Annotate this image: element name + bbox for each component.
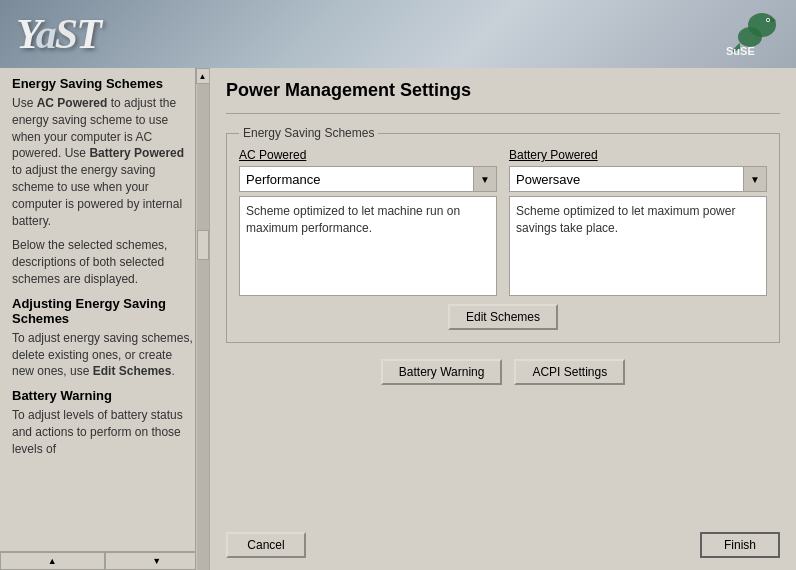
energy-saving-schemes-group: Energy Saving Schemes AC Powered Perform… (226, 126, 780, 343)
finish-button[interactable]: Finish (700, 532, 780, 558)
battery-warning-button[interactable]: Battery Warning (381, 359, 503, 385)
sidebar-section2-para1: To adjust energy saving schemes, delete … (12, 330, 197, 380)
battery-select-wrapper: Powersave Performance Presentation Custo… (509, 166, 767, 192)
action-buttons-row: Battery Warning ACPI Settings (226, 359, 780, 385)
sidebar-scroll-track (197, 84, 209, 570)
cancel-button[interactable]: Cancel (226, 532, 306, 558)
sidebar-section3-title: Battery Warning (12, 388, 197, 403)
battery-powered-select[interactable]: Powersave Performance Presentation Custo… (509, 166, 767, 192)
bottom-row: Cancel Finish (226, 524, 780, 558)
header: YaST SuSE (0, 0, 796, 68)
sidebar-section1-para2: Below the selected schemes, descriptions… (12, 237, 197, 287)
sidebar-section2-title: Adjusting Energy Saving Schemes (12, 296, 197, 326)
sidebar-section1-para1: Use AC Powered to adjust the energy savi… (12, 95, 197, 229)
ac-powered-select[interactable]: Performance Powersave Presentation Custo… (239, 166, 497, 192)
ac-powered-col: AC Powered Performance Powersave Present… (239, 148, 497, 296)
battery-scheme-description: Scheme optimized to let maximum power sa… (509, 196, 767, 296)
sidebar-content: Energy Saving Schemes Use AC Powered to … (0, 68, 209, 551)
main-layout: Energy Saving Schemes Use AC Powered to … (0, 68, 796, 570)
sidebar-scroll-up-btn[interactable]: ▲ (196, 68, 210, 84)
battery-powered-label: Battery Powered (509, 148, 767, 162)
ac-scheme-description: Scheme optimized to let machine run on m… (239, 196, 497, 296)
sidebar: Energy Saving Schemes Use AC Powered to … (0, 68, 210, 570)
content-area: Power Management Settings Energy Saving … (210, 68, 796, 570)
schemes-group-label: Energy Saving Schemes (239, 126, 378, 140)
page-title: Power Management Settings (226, 80, 780, 101)
battery-powered-col: Battery Powered Powersave Performance Pr… (509, 148, 767, 296)
svg-point-3 (767, 19, 769, 21)
svg-text:SuSE: SuSE (726, 45, 755, 57)
sidebar-section3-para1: To adjust levels of battery status and a… (12, 407, 197, 457)
svg-point-1 (738, 27, 762, 47)
schemes-selects-row: AC Powered Performance Powersave Present… (239, 148, 767, 296)
content-divider (226, 113, 780, 114)
sidebar-scroll-down-right-btn[interactable]: ▼ (105, 552, 210, 570)
sidebar-section1-title: Energy Saving Schemes (12, 76, 197, 91)
sidebar-scroll-down-left-btn[interactable]: ▲ (0, 552, 105, 570)
suse-logo-svg: SuSE (720, 11, 780, 57)
ac-select-wrapper: Performance Powersave Presentation Custo… (239, 166, 497, 192)
edit-schemes-row: Edit Schemes (239, 304, 767, 330)
suse-logo: SuSE (720, 12, 780, 57)
acpi-settings-button[interactable]: ACPI Settings (514, 359, 625, 385)
edit-schemes-button[interactable]: Edit Schemes (448, 304, 558, 330)
sidebar-scrollbar: ▲ (195, 68, 209, 570)
yast-logo: YaST (16, 10, 100, 58)
ac-powered-label: AC Powered (239, 148, 497, 162)
sidebar-bottom-arrows: ▲ ▼ (0, 551, 209, 570)
sidebar-scroll-thumb[interactable] (197, 230, 209, 260)
